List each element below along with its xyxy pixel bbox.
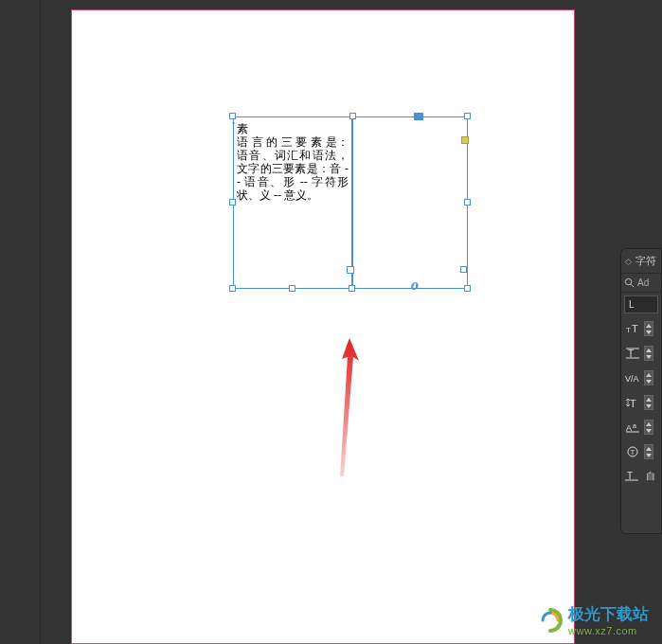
leading-stepper[interactable] bbox=[644, 346, 653, 361]
stepper-up-icon[interactable] bbox=[645, 322, 653, 329]
text-frame-1[interactable]: 素 语 言 的 三 要 素 是：语音、词汇和语法，文字的三要素是：音 -- 语音… bbox=[233, 116, 352, 289]
story-body: 语 言 的 三 要 素 是：语音、词汇和语法，文字的三要素是：音 -- 语音、形… bbox=[237, 135, 349, 202]
stepper-up-icon[interactable] bbox=[645, 396, 653, 402]
character-panel[interactable]: ◇ 字符 Ad L TT T V/A bbox=[620, 248, 662, 534]
stepper-down-icon[interactable] bbox=[645, 378, 653, 385]
watermark-logo-icon bbox=[538, 608, 563, 633]
outport-frame-1[interactable] bbox=[347, 266, 354, 274]
font-search-row[interactable]: Ad bbox=[621, 274, 661, 293]
outport-frame-2[interactable] bbox=[460, 266, 467, 273]
svg-text:T: T bbox=[626, 326, 631, 334]
selection-handle-w[interactable] bbox=[229, 199, 236, 206]
search-icon bbox=[624, 277, 635, 288]
selection-handle-s[interactable] bbox=[289, 285, 295, 292]
stepper-up-icon[interactable] bbox=[645, 347, 653, 353]
selection-handle-ne-2[interactable] bbox=[464, 113, 471, 119]
char-rotation-row[interactable]: T bbox=[621, 439, 661, 464]
svg-text:T: T bbox=[627, 471, 633, 481]
leading-icon: T bbox=[625, 347, 640, 360]
inport-frame-1[interactable]: ▫ bbox=[232, 118, 235, 128]
vertical-scale-row[interactable]: T bbox=[621, 390, 661, 415]
language-value[interactable]: 自 bbox=[642, 468, 659, 485]
page-content-area[interactable]: 素 语 言 的 三 要 素 是：语音、词汇和语法，文字的三要素是：音 -- 语音… bbox=[72, 10, 574, 643]
rotation-stepper[interactable] bbox=[644, 444, 653, 459]
baseline-shift-icon: Aa bbox=[625, 420, 640, 434]
watermark-title: 极光下载站 bbox=[568, 603, 649, 625]
baseline-stepper[interactable] bbox=[644, 420, 653, 435]
document-page[interactable]: 素 语 言 的 三 要 素 是：语音、词汇和语法，文字的三要素是：音 -- 语音… bbox=[71, 9, 575, 644]
selection-handle-se-2[interactable] bbox=[464, 285, 471, 292]
svg-text:T: T bbox=[630, 398, 636, 408]
tracking-icon: T bbox=[625, 470, 638, 483]
selection-handle-se-1[interactable] bbox=[349, 285, 355, 292]
kerning-stepper[interactable] bbox=[644, 370, 653, 385]
baseline-shift-row[interactable]: Aa bbox=[621, 415, 661, 439]
font-style-select[interactable]: L bbox=[624, 295, 658, 313]
char-rotation-icon: T bbox=[625, 445, 640, 458]
font-size-stepper[interactable] bbox=[644, 321, 653, 336]
leading-row[interactable]: T bbox=[621, 341, 661, 366]
stepper-down-icon[interactable] bbox=[645, 452, 653, 458]
selection-handle-n-2-active[interactable] bbox=[414, 113, 423, 120]
font-style-value: L bbox=[629, 299, 635, 310]
watermark: 极光下载站 www.xz7.com bbox=[538, 603, 649, 636]
svg-text:V/A: V/A bbox=[625, 374, 639, 384]
vscale-stepper[interactable] bbox=[644, 395, 653, 410]
stepper-down-icon[interactable] bbox=[645, 353, 653, 360]
font-size-icon: TT bbox=[625, 322, 640, 335]
stepper-up-icon[interactable] bbox=[645, 371, 653, 378]
stepper-down-icon[interactable] bbox=[645, 329, 653, 335]
panel-title: 字符 bbox=[635, 254, 656, 268]
svg-text:T: T bbox=[628, 349, 634, 359]
selection-handle-e-2[interactable] bbox=[464, 199, 471, 206]
stepper-down-icon[interactable] bbox=[645, 402, 653, 409]
text-frame-2[interactable] bbox=[352, 116, 468, 289]
annotation-arrow bbox=[332, 336, 370, 478]
kerning-icon: V/A bbox=[625, 371, 640, 385]
story-text: 素 语 言 的 三 要 素 是：语音、词汇和语法，文字的三要素是：音 -- 语音… bbox=[234, 117, 351, 202]
svg-point-0 bbox=[625, 278, 631, 284]
selection-handle-sw[interactable] bbox=[229, 285, 236, 292]
language-row[interactable]: T 自 bbox=[621, 464, 661, 489]
svg-text:a: a bbox=[633, 422, 636, 429]
panel-collapse-icon[interactable]: ◇ bbox=[625, 257, 632, 266]
stepper-up-icon[interactable] bbox=[645, 420, 653, 427]
font-search-placeholder: Ad bbox=[637, 277, 649, 288]
stepper-up-icon[interactable] bbox=[645, 445, 653, 452]
svg-text:T: T bbox=[632, 323, 638, 334]
panel-header[interactable]: ◇ 字符 bbox=[621, 249, 661, 274]
font-size-row[interactable]: TT bbox=[621, 316, 661, 341]
inport-frame-2-loaded[interactable] bbox=[461, 136, 469, 144]
frame-baseline-glyph: o bbox=[411, 277, 419, 294]
ruler-guide-vertical bbox=[40, 0, 41, 644]
stepper-down-icon[interactable] bbox=[645, 427, 653, 434]
svg-text:T: T bbox=[631, 448, 635, 456]
vertical-scale-icon: T bbox=[625, 396, 640, 409]
story-initial-char: 素 bbox=[237, 122, 248, 135]
selection-handle-nw-2[interactable] bbox=[349, 113, 356, 119]
kerning-row[interactable]: V/A bbox=[621, 366, 661, 390]
svg-line-1 bbox=[631, 284, 634, 287]
watermark-url: www.xz7.com bbox=[568, 625, 649, 636]
